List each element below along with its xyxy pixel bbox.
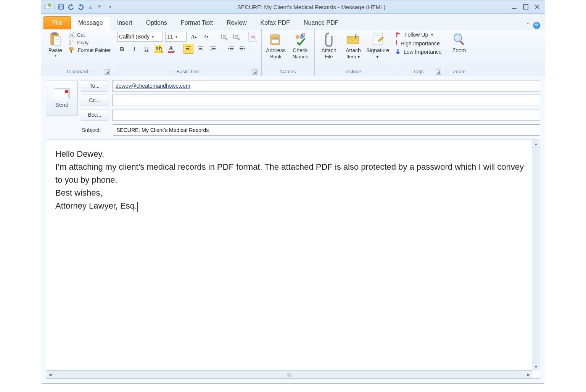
font-family-select[interactable]: Calibri (Body▾ xyxy=(117,32,163,42)
svg-rect-48 xyxy=(240,47,243,47)
tab-nuance-pdf[interactable]: Nuance PDF xyxy=(297,16,346,29)
qat-up-icon[interactable]: ▲ xyxy=(87,3,93,10)
window-title: SECURE: My Client's Medical Records - Me… xyxy=(111,4,511,10)
scroll-right-icon[interactable]: ▶ xyxy=(525,371,532,378)
qat-mail-icon[interactable] xyxy=(44,3,51,10)
to-field[interactable] xyxy=(112,80,540,92)
svg-rect-35 xyxy=(186,47,191,47)
help-icon[interactable]: ? xyxy=(533,22,540,29)
svg-rect-4 xyxy=(60,7,63,9)
underline-icon[interactable]: U xyxy=(142,44,151,54)
subject-field[interactable] xyxy=(113,124,540,136)
horizontal-scrollbar[interactable]: ◀ |||| ▶ xyxy=(46,370,532,378)
svg-rect-41 xyxy=(210,47,216,47)
align-right-icon[interactable] xyxy=(208,44,218,54)
tab-insert[interactable]: Insert xyxy=(110,16,139,29)
vertical-scrollbar[interactable]: ▲ ▼ xyxy=(532,140,540,371)
basictext-launcher-icon[interactable]: ◢ xyxy=(252,69,258,75)
clear-format-icon[interactable]: Aa xyxy=(248,32,258,42)
tab-file[interactable]: File xyxy=(43,16,71,29)
scroll-up-icon[interactable]: ▲ xyxy=(532,140,540,148)
cut-button[interactable]: Cut xyxy=(69,32,111,38)
ribbon: Paste ▾ Cut Copy Format Painter Clipboar… xyxy=(41,29,545,76)
cc-button[interactable]: Cc... xyxy=(81,95,108,106)
low-importance-button[interactable]: Low Importance xyxy=(395,49,442,55)
group-clipboard: Paste ▾ Cut Copy Format Painter Clipboar… xyxy=(41,29,114,76)
scroll-down-icon[interactable]: ▼ xyxy=(532,363,540,371)
attach-file-button[interactable]: AttachFile xyxy=(318,32,340,60)
svg-rect-8 xyxy=(523,5,528,9)
align-left-icon[interactable] xyxy=(184,44,193,54)
tab-message[interactable]: Message xyxy=(71,16,110,29)
follow-up-button[interactable]: Follow Up ▾ xyxy=(395,32,442,38)
bcc-button[interactable]: Bcc... xyxy=(81,109,108,120)
message-body-container: ▤ Hello Dewey, I’m attaching my client’s… xyxy=(46,140,540,379)
increase-indent-icon[interactable] xyxy=(238,44,248,54)
svg-rect-26 xyxy=(223,39,226,39)
bold-icon[interactable]: B xyxy=(117,44,127,54)
svg-rect-30 xyxy=(235,37,238,37)
send-button[interactable]: Send xyxy=(46,80,78,116)
tab-kofax-pdf[interactable]: Kofax PDF xyxy=(254,16,297,29)
grow-font-icon[interactable]: A▴ xyxy=(189,32,199,42)
body-line: Attorney Lawyer, Esq. xyxy=(55,199,531,212)
align-center-icon[interactable] xyxy=(196,44,206,54)
svg-rect-18 xyxy=(71,41,74,45)
collapse-ribbon-icon[interactable]: ˆ xyxy=(527,22,529,29)
format-painter-button[interactable]: Format Painter xyxy=(69,47,111,53)
bullets-icon[interactable] xyxy=(219,32,229,42)
qat-save-icon[interactable] xyxy=(58,3,64,10)
svg-rect-46 xyxy=(230,50,233,50)
maximize-icon[interactable] xyxy=(523,4,529,10)
svg-rect-32 xyxy=(235,39,238,39)
svg-rect-43 xyxy=(210,50,216,50)
zoom-button[interactable]: Zoom xyxy=(448,32,470,53)
svg-rect-64 xyxy=(396,32,397,37)
tab-review[interactable]: Review xyxy=(220,16,253,29)
to-button[interactable]: To... xyxy=(81,80,108,92)
minimize-icon[interactable] xyxy=(511,4,517,10)
qat-undo-icon[interactable] xyxy=(68,3,74,10)
group-tags: Follow Up ▾ !High Importance Low Importa… xyxy=(392,29,445,76)
cc-field[interactable] xyxy=(112,95,540,106)
signature-button[interactable]: Signature▾ xyxy=(367,32,389,60)
svg-text:a: a xyxy=(253,35,256,39)
svg-point-1 xyxy=(48,3,51,6)
group-zoom: Zoom Zoom xyxy=(445,29,473,76)
copy-button[interactable]: Copy xyxy=(69,39,111,45)
envelope-icon xyxy=(54,88,70,99)
qat-redo-icon[interactable] xyxy=(77,3,84,10)
address-book-button[interactable]: AddressBook xyxy=(265,32,287,60)
close-icon[interactable] xyxy=(534,4,540,10)
paste-button[interactable]: Paste ▾ xyxy=(44,32,66,58)
tags-launcher-icon[interactable]: ◢ xyxy=(436,69,441,75)
italic-icon[interactable]: I xyxy=(129,44,139,54)
shrink-font-icon[interactable]: A▾ xyxy=(201,32,211,42)
svg-point-54 xyxy=(275,37,278,39)
svg-rect-22 xyxy=(223,35,226,35)
high-importance-button[interactable]: !High Importance xyxy=(395,39,442,47)
attach-item-button[interactable]: AttachItem ▾ xyxy=(342,32,364,60)
tab-format-text[interactable]: Format Text xyxy=(174,16,220,29)
ribbon-tabs: File Message Insert Options Format Text … xyxy=(41,14,545,29)
svg-rect-10 xyxy=(52,32,57,35)
bcc-field[interactable] xyxy=(112,109,540,120)
svg-marker-51 xyxy=(244,47,245,50)
svg-rect-39 xyxy=(199,48,202,49)
scroll-left-icon[interactable]: ◀ xyxy=(46,371,54,378)
decrease-indent-icon[interactable] xyxy=(225,44,235,54)
highlight-icon[interactable]: ab xyxy=(154,44,164,54)
tab-options[interactable]: Options xyxy=(139,16,174,29)
message-body[interactable]: Hello Dewey, I’m attaching my client’s m… xyxy=(46,140,540,378)
check-names-button[interactable]: @ CheckNames xyxy=(289,32,311,60)
group-basic-text: Calibri (Body▾ 11▾ A▴ A▾ 123 Aa B I U xyxy=(114,29,262,76)
svg-rect-45 xyxy=(230,48,233,49)
svg-rect-55 xyxy=(272,40,279,43)
font-size-select[interactable]: 11▾ xyxy=(165,32,187,42)
subject-label: Subject: xyxy=(80,127,109,133)
svg-point-25 xyxy=(221,39,222,40)
qat-down-icon[interactable]: ▼ xyxy=(97,3,103,10)
font-color-icon[interactable]: A xyxy=(166,44,176,54)
clipboard-launcher-icon[interactable]: ◢ xyxy=(105,69,110,75)
numbering-icon[interactable]: 123 xyxy=(231,32,241,42)
